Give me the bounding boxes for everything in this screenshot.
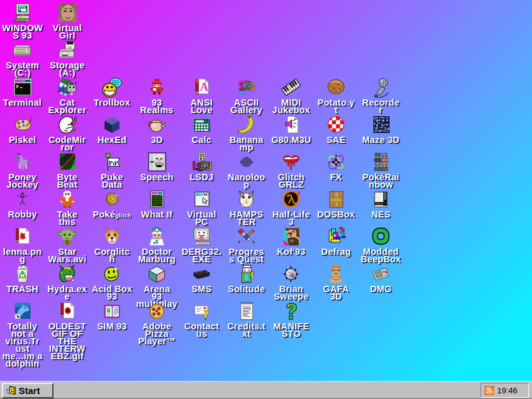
svg-text:3: 3: [250, 81, 255, 93]
svg-text:Pd: Pd: [109, 159, 117, 167]
svg-text:A: A: [200, 80, 208, 93]
svg-text:J: J: [205, 160, 212, 172]
svg-text:X: X: [335, 201, 338, 207]
svg-text:3: 3: [297, 190, 300, 196]
